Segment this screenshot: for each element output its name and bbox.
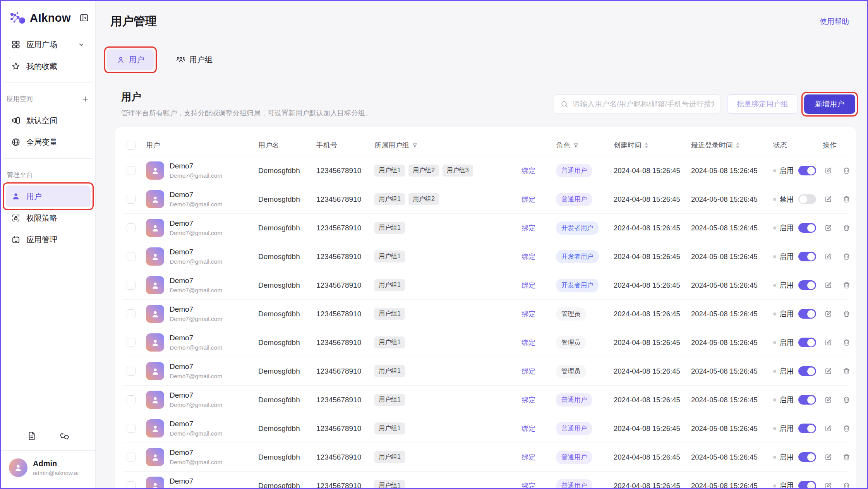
row-checkbox[interactable] — [127, 281, 136, 290]
sort-icon[interactable] — [644, 142, 648, 149]
delete-icon[interactable] — [842, 367, 851, 375]
filter-icon[interactable] — [573, 142, 579, 148]
filter-icon[interactable] — [412, 142, 418, 148]
user-identity: Demo7 Demo7@gmail.com — [170, 276, 222, 294]
bind-link[interactable]: 绑定 — [521, 453, 556, 462]
status-toggle[interactable] — [798, 424, 816, 433]
wechat-icon[interactable] — [59, 431, 70, 441]
table-header-row: 用户 用户名 手机号 所属用户组 角色 创建时间 — [124, 134, 847, 156]
delete-icon[interactable] — [842, 338, 851, 347]
user-icon — [11, 192, 21, 201]
bind-link[interactable]: 绑定 — [521, 338, 556, 347]
status-dot-icon — [773, 312, 776, 316]
delete-icon[interactable] — [842, 310, 851, 318]
row-checkbox[interactable] — [127, 223, 136, 232]
edit-icon[interactable] — [824, 396, 832, 404]
edit-icon[interactable] — [824, 195, 832, 203]
delete-icon[interactable] — [842, 252, 851, 261]
groups-cell: 用户组1用户组2 — [374, 193, 521, 205]
sort-icon[interactable] — [736, 142, 740, 149]
status-toggle[interactable] — [798, 166, 816, 175]
row-checkbox[interactable] — [127, 481, 136, 488]
status-toggle[interactable] — [798, 481, 816, 488]
add-space-icon[interactable] — [81, 95, 89, 103]
edit-icon[interactable] — [824, 453, 832, 461]
bind-link[interactable]: 绑定 — [521, 223, 556, 233]
row-checkbox[interactable] — [127, 166, 136, 175]
status-toggle[interactable] — [798, 194, 816, 204]
status-toggle[interactable] — [798, 252, 816, 261]
bind-link[interactable]: 绑定 — [521, 424, 556, 433]
sidebar-item-permissions[interactable]: 权限策略 — [6, 207, 91, 229]
help-link[interactable]: 使用帮助 — [820, 17, 849, 27]
delete-icon[interactable] — [842, 166, 851, 175]
bind-link[interactable]: 绑定 — [521, 281, 556, 290]
bind-link[interactable]: 绑定 — [521, 481, 556, 488]
delete-icon[interactable] — [842, 281, 851, 289]
status-toggle[interactable] — [798, 395, 816, 405]
delete-icon[interactable] — [842, 424, 851, 432]
username-cell: Demosgfdbh — [258, 224, 316, 232]
search-input[interactable] — [573, 100, 714, 108]
add-user-button[interactable]: 新增用户 — [804, 94, 855, 114]
select-all-checkbox[interactable] — [127, 141, 136, 150]
row-checkbox[interactable] — [127, 338, 136, 347]
status-toggle[interactable] — [798, 338, 816, 347]
edit-icon[interactable] — [824, 424, 832, 432]
document-icon[interactable] — [27, 431, 37, 441]
status-toggle[interactable] — [798, 309, 816, 319]
sidebar-divider — [3, 82, 93, 83]
bind-link[interactable]: 绑定 — [521, 395, 556, 405]
row-checkbox[interactable] — [127, 395, 136, 404]
col-header-status: 状态 — [773, 141, 823, 150]
sidebar-item-default-space[interactable]: 默认空间 — [6, 110, 91, 131]
delete-icon[interactable] — [842, 224, 851, 232]
row-checkbox[interactable] — [127, 424, 136, 433]
sidebar-item-global-vars[interactable]: 全局变量 — [6, 131, 91, 153]
tab-users[interactable]: 用户 — [107, 50, 154, 70]
sidebar-item-users[interactable]: 用户 — [6, 185, 91, 207]
row-checkbox[interactable] — [127, 309, 136, 318]
edit-icon[interactable] — [824, 367, 832, 375]
status-toggle[interactable] — [798, 366, 816, 376]
bind-link[interactable]: 绑定 — [521, 166, 556, 175]
bind-link[interactable]: 绑定 — [521, 252, 556, 261]
delete-icon[interactable] — [842, 482, 851, 488]
user-cell: Demo7 Demo7@gmail.com — [146, 219, 258, 237]
sidebar-item-label: 我的收藏 — [26, 61, 57, 72]
row-checkbox[interactable] — [127, 367, 136, 376]
status-toggle[interactable] — [798, 223, 816, 233]
group-pill: 用户组1 — [374, 251, 405, 263]
edit-icon[interactable] — [824, 281, 832, 289]
delete-icon[interactable] — [842, 396, 851, 404]
delete-icon[interactable] — [842, 195, 851, 203]
sidebar-item-app-market[interactable]: 应用广场 — [6, 34, 91, 55]
row-checkbox[interactable] — [127, 252, 136, 261]
tab-user-groups[interactable]: 用户组 — [167, 50, 222, 70]
account-menu[interactable]: Admin admin@aiknow.ai — [1, 450, 95, 488]
user-cell: Demo7 Demo7@gmail.com — [146, 391, 258, 409]
status-toggle[interactable] — [798, 452, 816, 462]
bind-link[interactable]: 绑定 — [521, 367, 556, 376]
sidebar-spacer — [1, 251, 95, 426]
chevron-down-icon[interactable] — [77, 41, 85, 48]
delete-icon[interactable] — [842, 453, 851, 461]
edit-icon[interactable] — [824, 482, 832, 488]
status-label: 启用 — [779, 395, 794, 405]
edit-icon[interactable] — [824, 224, 832, 232]
sidebar-item-favorites[interactable]: 我的收藏 — [6, 55, 91, 77]
bind-link[interactable]: 绑定 — [521, 309, 556, 319]
bind-link[interactable]: 绑定 — [521, 195, 556, 204]
batch-bind-button[interactable]: 批量绑定用户组 — [727, 94, 798, 114]
sidebar-item-app-manage[interactable]: 应用管理 — [6, 229, 91, 251]
status-toggle[interactable] — [798, 280, 816, 290]
collapse-sidebar-icon[interactable] — [79, 13, 89, 23]
edit-icon[interactable] — [824, 252, 832, 261]
groups-cell: 用户组1 — [374, 308, 521, 320]
status-label: 启用 — [779, 166, 794, 175]
edit-icon[interactable] — [824, 310, 832, 318]
edit-icon[interactable] — [824, 166, 832, 175]
edit-icon[interactable] — [824, 338, 832, 347]
row-checkbox[interactable] — [127, 453, 136, 462]
row-checkbox[interactable] — [127, 195, 136, 204]
